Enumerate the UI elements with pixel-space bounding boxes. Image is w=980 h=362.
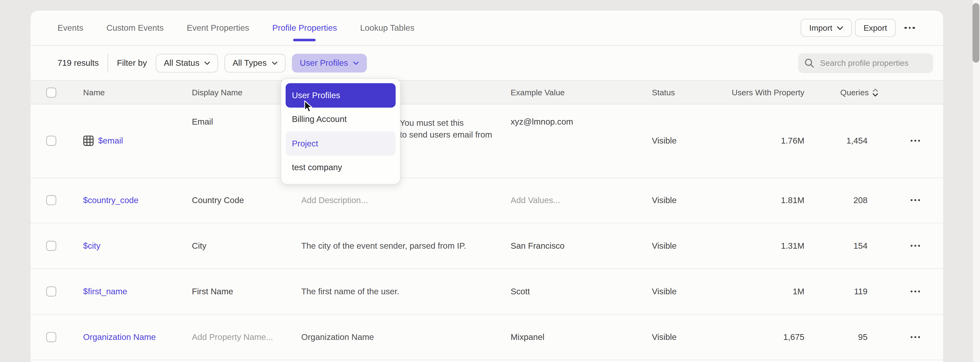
table-row: Organization Name Add Property Name... O…	[31, 315, 943, 360]
chevron-down-icon	[272, 61, 277, 65]
results-count: 719 results	[57, 58, 99, 67]
select-all-checkbox[interactable]	[46, 88, 56, 97]
properties-panel: Events Custom Events Event Properties Pr…	[31, 11, 943, 362]
table-row: $city City The city of the event sender,…	[31, 223, 943, 269]
row-checkbox[interactable]	[46, 241, 56, 251]
column-header-status: Status	[652, 88, 675, 97]
status-filter-dropdown[interactable]: All Status	[156, 54, 218, 72]
status-cell: Visible	[652, 136, 676, 145]
row-actions-icon[interactable]	[910, 288, 921, 295]
tab-custom-events[interactable]: Custom Events	[107, 11, 164, 45]
example-value-cell: xyz@lmnop.com	[511, 117, 573, 126]
queries-cell: 1,454	[812, 136, 867, 145]
users-with-property-cell: 1,675	[712, 332, 805, 341]
chevron-down-icon	[353, 61, 359, 65]
type-filter-dropdown[interactable]: All Types	[224, 54, 285, 72]
toolbar: Import Export	[800, 19, 921, 37]
status-cell: Visible	[652, 332, 676, 341]
table-row: $country_code Country Code Add Descripti…	[31, 178, 943, 223]
tab-event-properties[interactable]: Event Properties	[187, 11, 249, 45]
row-checkbox[interactable]	[46, 332, 56, 342]
export-button-label: Export	[864, 23, 887, 32]
import-button-label: Import	[809, 23, 832, 32]
display-name-cell: First Name	[192, 287, 233, 296]
lookup-table-grid-icon	[83, 136, 94, 146]
queries-cell: 154	[812, 241, 867, 250]
entity-dropdown-menu: User Profiles Billing Account Project te…	[281, 78, 401, 185]
row-checkbox[interactable]	[46, 287, 56, 297]
import-button[interactable]: Import	[800, 19, 852, 37]
chevron-down-icon	[204, 61, 210, 65]
divider	[107, 54, 108, 72]
mouse-cursor	[304, 100, 314, 114]
tabs-bar: Events Custom Events Event Properties Pr…	[31, 11, 943, 46]
tab-profile-properties[interactable]: Profile Properties	[272, 11, 337, 45]
entity-filter-label: User Profiles	[300, 58, 348, 67]
users-with-property-cell: 1M	[712, 287, 805, 296]
search-icon	[805, 58, 815, 68]
example-value-cell: Mixpanel	[511, 332, 544, 341]
property-name-link[interactable]: $email	[98, 136, 123, 145]
display-name-cell: City	[192, 241, 207, 250]
dropdown-item-user-profiles[interactable]: User Profiles	[286, 83, 396, 107]
column-header-display-name: Display Name	[192, 88, 242, 97]
display-name-cell: Email	[192, 117, 213, 126]
column-header-queries-label: Queries	[840, 88, 869, 97]
dropdown-item-project[interactable]: Project	[286, 131, 396, 155]
search-input[interactable]	[820, 58, 927, 67]
column-header-name: Name	[83, 88, 105, 97]
page: Events Custom Events Event Properties Pr…	[0, 0, 980, 362]
column-header-queries[interactable]: Queries	[812, 88, 878, 97]
row-checkbox[interactable]	[46, 195, 56, 206]
status-cell: Visible	[652, 241, 676, 250]
type-filter-label: All Types	[233, 58, 267, 67]
row-actions-icon[interactable]	[910, 137, 921, 144]
dropdown-item-test-company[interactable]: test company	[286, 156, 396, 180]
row-actions-icon[interactable]	[910, 197, 921, 204]
table-header-row: Name Display Name Example Value Status U…	[31, 81, 943, 104]
display-name-cell: Country Code	[192, 196, 244, 205]
status-cell: Visible	[652, 196, 676, 205]
tab-list: Events Custom Events Event Properties Pr…	[57, 11, 414, 45]
property-name-link[interactable]: $first_name	[83, 287, 127, 296]
entity-filter-dropdown[interactable]: User Profiles	[292, 54, 367, 72]
tab-lookup-tables[interactable]: Lookup Tables	[360, 11, 414, 45]
users-with-property-cell: 1.81M	[712, 196, 805, 205]
example-value-cell: Scott	[511, 287, 530, 296]
status-cell: Visible	[652, 287, 676, 296]
property-name-link[interactable]: Organization Name	[83, 332, 156, 341]
row-actions-icon[interactable]	[910, 333, 921, 340]
tab-events[interactable]: Events	[57, 11, 83, 45]
table-row: $email Email The user's email address. Y…	[31, 104, 943, 178]
queries-cell: 95	[812, 332, 867, 341]
queries-cell: 119	[812, 287, 867, 296]
description-cell: The city of the event sender, parsed fro…	[301, 241, 503, 250]
sort-icon	[873, 88, 878, 96]
more-options-icon[interactable]	[899, 19, 921, 37]
property-name-cell: $email	[83, 136, 123, 146]
filter-bar: 719 results Filter by All Status All Typ…	[31, 46, 943, 81]
column-header-example-value: Example Value	[511, 88, 565, 97]
chevron-down-icon	[837, 26, 843, 30]
row-actions-icon[interactable]	[910, 242, 921, 249]
search-box	[798, 53, 933, 73]
row-checkbox[interactable]	[46, 136, 56, 146]
property-name-link[interactable]: $country_code	[83, 196, 138, 205]
users-with-property-cell: 1.76M	[712, 136, 805, 145]
example-value-cell: San Francisco	[511, 241, 565, 250]
description-cell: The first name of the user.	[301, 287, 503, 296]
column-header-users-with-property: Users With Property	[712, 88, 805, 97]
description-cell: Organization Name	[301, 332, 503, 341]
dropdown-item-billing-account[interactable]: Billing Account	[286, 107, 396, 131]
queries-cell: 208	[812, 196, 867, 205]
example-value-placeholder[interactable]: Add Values...	[511, 196, 560, 205]
display-name-placeholder[interactable]: Add Property Name...	[192, 332, 273, 341]
table-row: $first_name First Name The first name of…	[31, 269, 943, 315]
users-with-property-cell: 1.31M	[712, 241, 805, 250]
property-name-link[interactable]: $city	[83, 241, 100, 250]
description-placeholder[interactable]: Add Description...	[301, 196, 503, 205]
filter-by-label: Filter by	[117, 58, 147, 67]
scrollbar-thumb[interactable]	[972, 3, 980, 63]
export-button[interactable]: Export	[855, 19, 896, 37]
status-filter-label: All Status	[164, 58, 200, 67]
